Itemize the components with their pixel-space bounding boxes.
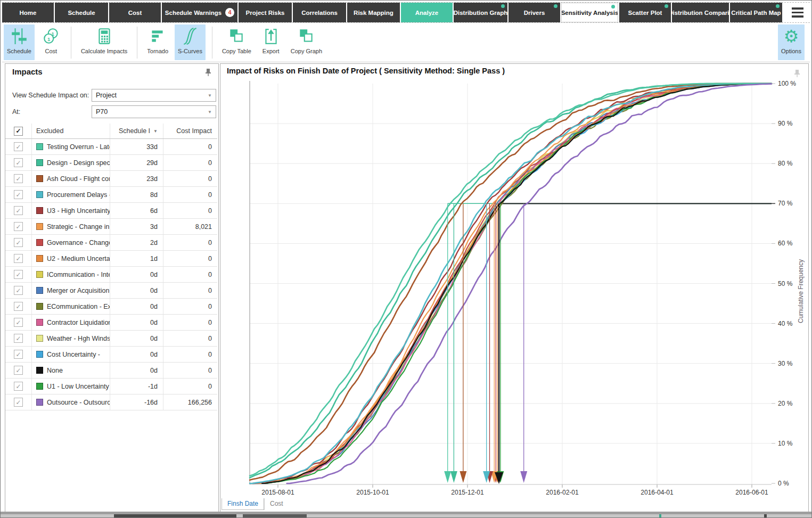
table-row[interactable]: ✓Governance - Changes2d0 <box>5 235 217 251</box>
cost-icon: 11 <box>41 26 61 46</box>
table-row[interactable]: ✓None0d0 <box>5 363 217 379</box>
tab-scatter-plot[interactable]: Scatter Plot <box>619 3 671 22</box>
tab-schedule[interactable]: Schedule <box>55 3 108 22</box>
table-row[interactable]: ✓Procurement Delays - F8d0 <box>5 187 217 203</box>
column-header-schedule-impact[interactable]: Schedule I▼ <box>110 124 163 138</box>
table-row[interactable]: ✓ECommunication - Exte0d0 <box>5 299 217 315</box>
row-checkbox[interactable]: ✓ <box>14 302 23 311</box>
select-all-checkbox[interactable]: ✓ <box>14 127 23 136</box>
svg-text:30 %: 30 % <box>778 360 793 367</box>
row-checkbox[interactable]: ✓ <box>14 334 23 343</box>
risk-name: Contractor Liquidation <box>47 319 110 326</box>
schedule-impact-value: 23d <box>110 171 163 186</box>
app-window: HomeScheduleCostSchedule Warnings4Projec… <box>0 0 812 518</box>
tab-risk-mapping[interactable]: Risk Mapping <box>347 3 400 22</box>
tab-label: Cost <box>128 10 142 16</box>
schedule-impact-value: 0d <box>110 363 163 378</box>
table-row[interactable]: ✓Weather - Hgh Winds i0d0 <box>5 331 217 347</box>
cost-button[interactable]: 11Cost <box>38 24 64 60</box>
column-header-excluded[interactable]: Excluded <box>32 124 110 138</box>
pin-icon[interactable] <box>204 68 212 79</box>
cost-impact-value: 0 <box>163 363 217 378</box>
cost-impact-value: 0 <box>163 283 217 298</box>
tornado-button[interactable]: Tornado <box>144 24 171 60</box>
tab-analyze[interactable]: Analyze <box>401 3 453 22</box>
copy-graph-button[interactable]: Copy Graph <box>288 24 325 60</box>
row-checkbox[interactable]: ✓ <box>14 222 23 231</box>
toolbar-button-label: Export <box>263 48 280 54</box>
risk-name: U2 - Medium Uncertair <box>47 255 110 262</box>
risk-color-swatch <box>36 319 43 326</box>
risk-name: Design - Design specifi <box>47 159 110 167</box>
table-row[interactable]: ✓ICommunication - Inter0d0 <box>5 267 217 283</box>
tab-schedule-warnings[interactable]: Schedule Warnings4 <box>162 3 237 22</box>
row-checkbox[interactable]: ✓ <box>14 366 23 375</box>
tab-critical-path-map[interactable]: Critical Path Map <box>730 3 782 22</box>
risk-name: Outsource - Outsource <box>47 399 110 406</box>
view-impact-select[interactable]: Project ▼ <box>92 89 216 102</box>
svg-text:2015-10-01: 2015-10-01 <box>356 489 389 496</box>
table-row[interactable]: ✓U1 - Low Uncertainty --1d0 <box>5 379 217 394</box>
tab-home[interactable]: Home <box>2 3 54 22</box>
cost-impact-value: 0 <box>163 155 217 170</box>
row-checkbox[interactable]: ✓ <box>14 270 23 279</box>
table-row[interactable]: ✓Strategic - Change in st3d8,021 <box>5 219 217 235</box>
row-checkbox[interactable]: ✓ <box>14 190 23 199</box>
chart-bottom-tabs: Finsh Date Cost <box>222 498 289 510</box>
tab-cost[interactable]: Cost <box>109 3 161 22</box>
row-checkbox[interactable]: ✓ <box>14 398 23 407</box>
copy-table-icon <box>226 26 247 46</box>
tab-project-risks[interactable]: Project Risks <box>239 3 292 22</box>
table-row[interactable]: ✓Design - Design specifi29d0 <box>5 155 217 171</box>
table-row[interactable]: ✓Testing Overrun - Late33d0 <box>5 139 217 155</box>
copy-table-button[interactable]: Copy Table <box>219 24 255 60</box>
green-dot-indicator <box>611 5 615 9</box>
toolbar-separator <box>212 27 212 59</box>
export-button[interactable]: Export <box>258 24 284 60</box>
row-checkbox[interactable]: ✓ <box>14 142 23 151</box>
s-curves-button[interactable]: S-Curves <box>175 24 206 60</box>
toolbar-separator <box>71 27 71 59</box>
table-row[interactable]: ✓U2 - Medium Uncertair1d0 <box>5 251 217 267</box>
cost-impact-value: 8,021 <box>163 219 217 234</box>
schedule-impact-value: -16d <box>110 394 163 410</box>
table-row[interactable]: ✓U3 - High Uncertainty -6d0 <box>5 203 217 219</box>
row-checkbox[interactable]: ✓ <box>14 318 23 327</box>
row-checkbox[interactable]: ✓ <box>14 350 23 359</box>
impacts-table-body: ✓Testing Overrun - Late33d0✓Design - Des… <box>5 139 217 410</box>
row-checkbox[interactable]: ✓ <box>14 254 23 263</box>
tab-finish-date[interactable]: Finsh Date <box>222 498 264 510</box>
table-row[interactable]: ✓Merger or Acquisition -0d0 <box>5 283 217 299</box>
tab-sensitivity-analysis[interactable]: Sensitivity Analysis <box>561 3 618 22</box>
cost-impact-value: 166,256 <box>163 394 217 410</box>
schedule-button[interactable]: Schedule <box>4 24 35 60</box>
table-row[interactable]: ✓Contractor Liquidation0d0 <box>5 315 217 331</box>
tab-distribution-comparis[interactable]: Distribution Comparis <box>672 3 729 22</box>
row-checkbox[interactable]: ✓ <box>14 206 23 215</box>
calculate-impacts-button[interactable]: Calculate Impacts <box>78 24 130 60</box>
row-checkbox[interactable]: ✓ <box>14 158 23 167</box>
row-checkbox[interactable]: ✓ <box>14 238 23 247</box>
cost-impact-value: 0 <box>163 171 217 186</box>
column-header-cost-impact[interactable]: Cost Impact <box>163 124 217 138</box>
tab-correlations[interactable]: Correlations <box>293 3 346 22</box>
table-row[interactable]: ✓Ash Cloud - Flight corri23d0 <box>5 171 217 187</box>
row-checkbox[interactable]: ✓ <box>14 382 23 391</box>
table-row[interactable]: ✓Cost Uncertainty -0d0 <box>5 347 217 363</box>
chart-title: Impact of Risks on Finish Date of Projec… <box>227 67 505 75</box>
tab-distribution-graph[interactable]: Distribution Graph <box>454 3 507 22</box>
tab-drivers[interactable]: Drivers <box>508 3 560 22</box>
at-select[interactable]: P70 ▼ <box>92 105 216 118</box>
tab-cost[interactable]: Cost <box>264 498 289 510</box>
row-checkbox[interactable]: ✓ <box>14 286 23 295</box>
options-button-label: Options <box>781 48 801 54</box>
cost-impact-value: 0 <box>163 347 217 362</box>
view-impact-label: View Schedule Impact on: <box>12 92 89 99</box>
row-checkbox[interactable]: ✓ <box>14 174 23 183</box>
export-icon <box>261 26 281 46</box>
toolbar-button-label: Copy Table <box>222 48 251 54</box>
hamburger-menu-icon[interactable] <box>785 3 810 22</box>
tab-label: Correlations <box>301 10 338 16</box>
table-row[interactable]: ✓Outsource - Outsource-16d166,256 <box>5 394 217 410</box>
options-button[interactable]: ⚙ Options <box>778 24 805 60</box>
